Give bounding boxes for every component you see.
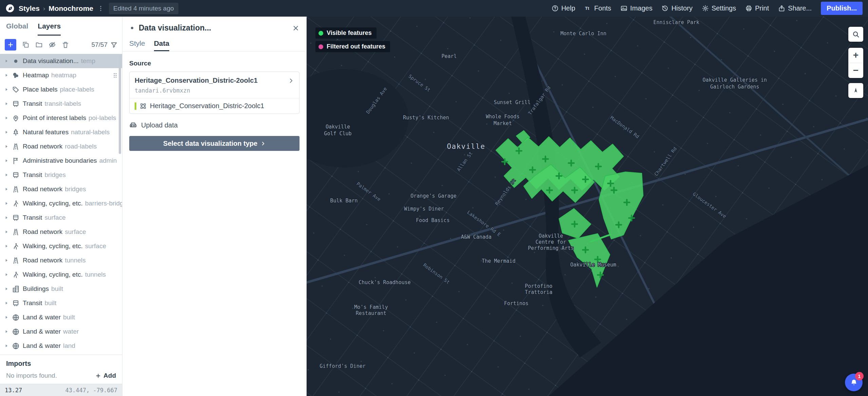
notifications-button[interactable]: 1 xyxy=(845,374,863,391)
caret-icon xyxy=(4,215,9,220)
delete-layer-icon[interactable] xyxy=(62,41,69,48)
layer-sublabel: heatmap xyxy=(51,72,76,79)
layer-row-transit-labels[interactable]: Transittransit-labels xyxy=(0,97,122,111)
topbar-help-button[interactable]: Help xyxy=(552,4,575,12)
layer-row-water[interactable]: Land & waterwater xyxy=(0,324,122,339)
caret-icon xyxy=(4,73,9,78)
sidebar-tabs: Global Layers xyxy=(0,17,122,36)
layer-row-surface[interactable]: Road networksurface xyxy=(0,225,122,239)
layer-name: Road network xyxy=(23,228,62,236)
map-label: Sunset Grill xyxy=(494,99,531,105)
layer-row-surface[interactable]: Transitsurface xyxy=(0,211,122,225)
hide-layer-icon[interactable] xyxy=(49,41,56,48)
upload-drive-icon xyxy=(129,121,137,129)
legend-label: Visible features xyxy=(327,29,372,37)
layer-sublabel: tunnels xyxy=(65,257,85,264)
layer-name: Walking, cycling, etc. xyxy=(23,271,83,278)
topbar-fonts-button[interactable]: TtFonts xyxy=(584,4,611,12)
walk-icon xyxy=(12,200,20,207)
road-icon xyxy=(12,257,20,264)
sidebar-scrollbar[interactable] xyxy=(119,56,121,154)
tab-layers[interactable]: Layers xyxy=(38,17,61,36)
layer-color-swatch xyxy=(135,102,136,110)
imports-title: Imports xyxy=(6,360,116,368)
layer-row-natural-labels[interactable]: Natural featuresnatural-labels xyxy=(0,125,122,139)
layer-row-tunnels[interactable]: Walking, cycling, etc.tunnels xyxy=(0,268,122,282)
add-layer-button[interactable] xyxy=(5,39,16,51)
map-canvas[interactable]: Ennisclare ParkMonte Carlo InnCastle Gre… xyxy=(307,17,868,396)
layer-row-barriers-bridges[interactable]: Walking, cycling, etc.barriers-bridges xyxy=(0,196,122,211)
source-layer-row[interactable]: Heritage_Conservation_Distric-2oolc1 xyxy=(130,98,299,114)
compass-button[interactable] xyxy=(848,83,863,98)
layer-row-built[interactable]: Land & waterbuilt xyxy=(0,310,122,324)
svg-text:Tt: Tt xyxy=(585,6,590,11)
map-label: Oakville Galleries in xyxy=(702,77,767,83)
layer-row-bridges[interactable]: Road networkbridges xyxy=(0,182,122,196)
topbar-share-button[interactable]: Share... xyxy=(778,4,812,12)
layer-list: Data visualization...tempHeatmapheatmapP… xyxy=(0,54,122,355)
tab-data[interactable]: Data xyxy=(154,37,170,51)
layer-panel: Data visualization... Style Data Source … xyxy=(122,17,307,396)
map-search-button[interactable] xyxy=(848,27,863,42)
legend-chip: Filtered out features xyxy=(315,41,390,52)
map-label: Gairloch Gardens xyxy=(710,84,759,90)
tab-global[interactable]: Global xyxy=(6,17,28,36)
layer-row-built[interactable]: Transitbuilt xyxy=(0,296,122,310)
kebab-menu-icon[interactable] xyxy=(97,5,104,12)
layer-row-admin[interactable]: Administrative boundariesadmin xyxy=(0,154,122,168)
source-row[interactable]: Heritage_Conservation_Distric-2oolc1 xyxy=(135,77,294,84)
add-import-button[interactable]: Add xyxy=(95,372,116,379)
map-label: The Mermaid xyxy=(482,258,515,264)
layer-row-land[interactable]: Land & waterland xyxy=(0,339,122,353)
layer-row-temp[interactable]: Data visualization...temp xyxy=(0,54,122,68)
select-visualization-type-button[interactable]: Select data visualization type xyxy=(129,136,300,151)
layer-row-surface[interactable]: Walking, cycling, etc.surface xyxy=(0,239,122,253)
topbar-print-button[interactable]: Print xyxy=(745,4,769,12)
breadcrumb-style-name[interactable]: Monochrome xyxy=(49,4,93,13)
map-label: Oakville xyxy=(326,124,350,130)
filter-funnel-icon xyxy=(111,41,117,48)
map-label: Chuck's Roadhouse xyxy=(359,279,411,285)
topbar-gear-button[interactable]: Settings xyxy=(702,4,736,12)
topbar-history-button[interactable]: History xyxy=(661,4,692,12)
chevron-right-icon xyxy=(288,78,294,84)
source-card: Heritage_Conservation_Distric-2oolc1 tan… xyxy=(129,72,300,114)
zoom-out-button[interactable]: − xyxy=(848,63,863,78)
layer-row-bridges[interactable]: Transitbridges xyxy=(0,168,122,182)
flag-icon xyxy=(12,157,20,165)
zoom-in-button[interactable]: + xyxy=(848,48,863,63)
map-label: Market xyxy=(494,120,512,126)
layer-row-built[interactable]: Buildingsbuilt xyxy=(0,282,122,296)
mapbox-logo-icon[interactable] xyxy=(5,4,15,13)
breadcrumb-styles[interactable]: Styles xyxy=(19,4,40,13)
layer-row-tunnels[interactable]: Road networktunnels xyxy=(0,253,122,268)
tab-style[interactable]: Style xyxy=(129,37,145,51)
duplicate-layer-icon[interactable] xyxy=(22,41,30,48)
source-label: Source xyxy=(129,60,300,67)
topbar-images-button[interactable]: Images xyxy=(620,4,653,12)
layer-name: Walking, cycling, etc. xyxy=(23,200,83,207)
publish-button[interactable]: Publish... xyxy=(821,2,863,15)
layer-name: Land & water xyxy=(23,328,61,335)
group-folder-icon[interactable] xyxy=(35,41,43,48)
compass-needle-icon xyxy=(852,87,860,94)
imports-section: Imports No imports found. Add xyxy=(0,355,122,384)
layer-filter-count[interactable]: 57/57 xyxy=(91,41,117,48)
source-layer-name: Heritage_Conservation_Distric-2oolc1 xyxy=(150,102,264,110)
caret-icon xyxy=(4,272,9,277)
layer-name: Point of interest labels xyxy=(23,114,86,122)
layer-sublabel: built xyxy=(44,299,56,307)
drag-handle-icon[interactable] xyxy=(112,72,119,79)
layer-row-poi-labels[interactable]: Point of interest labelspoi-labels xyxy=(0,111,122,125)
layer-row-road-labels[interactable]: Road networkroad-labels xyxy=(0,139,122,154)
layer-row-place-labels[interactable]: Place labelsplace-labels xyxy=(0,82,122,97)
chevron-right-icon xyxy=(261,141,266,146)
close-icon[interactable] xyxy=(292,24,300,32)
upload-data-button[interactable]: Upload data xyxy=(129,121,178,129)
map-status-bar: 13.27 43.447, -79.667 xyxy=(0,384,122,396)
layer-row-heatmap[interactable]: Heatmapheatmap xyxy=(0,68,122,82)
map-label: Rusty's Kitchen xyxy=(403,115,449,121)
legend-dot xyxy=(319,31,323,36)
caret-icon xyxy=(4,201,9,206)
bus-icon xyxy=(12,171,20,179)
